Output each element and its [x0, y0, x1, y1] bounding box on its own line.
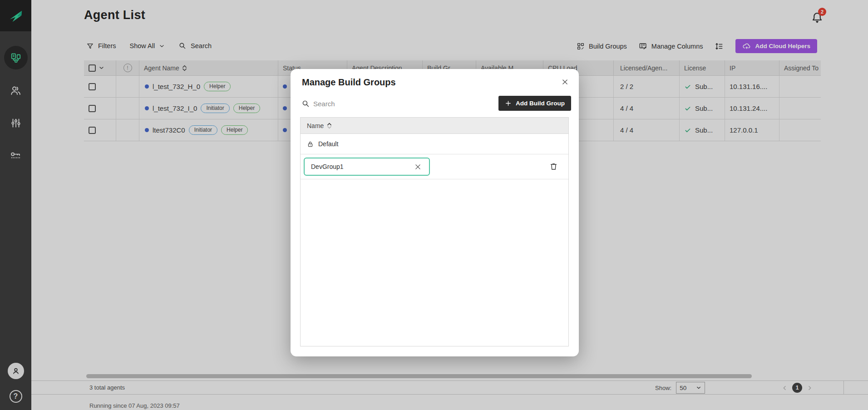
modal-title: Manage Build Groups	[302, 77, 396, 88]
build-group-name-input[interactable]	[304, 158, 430, 176]
build-group-row-editing[interactable]	[301, 154, 568, 179]
build-group-list: Name Default	[300, 117, 569, 346]
plus-icon	[505, 100, 512, 107]
add-build-group-button[interactable]: Add Build Group	[498, 96, 571, 111]
clear-icon[interactable]	[414, 163, 422, 171]
search-icon	[301, 99, 310, 108]
build-group-row-default[interactable]: Default	[301, 134, 568, 154]
group-list-header[interactable]: Name	[301, 118, 568, 134]
name-header-label: Name	[307, 122, 324, 129]
app-root: ? Agent List 2 Filters Show All Search	[0, 0, 868, 410]
modal-close-button[interactable]	[561, 78, 569, 86]
lock-icon	[307, 141, 314, 148]
build-group-name: Default	[318, 140, 338, 148]
manage-build-groups-modal: Manage Build Groups Add Build Group Name	[291, 69, 579, 356]
close-icon	[561, 78, 569, 86]
add-build-group-label: Add Build Group	[516, 100, 565, 107]
modal-search-input[interactable]	[313, 97, 427, 110]
trash-icon[interactable]	[549, 162, 558, 171]
sort-icon[interactable]	[327, 123, 332, 129]
